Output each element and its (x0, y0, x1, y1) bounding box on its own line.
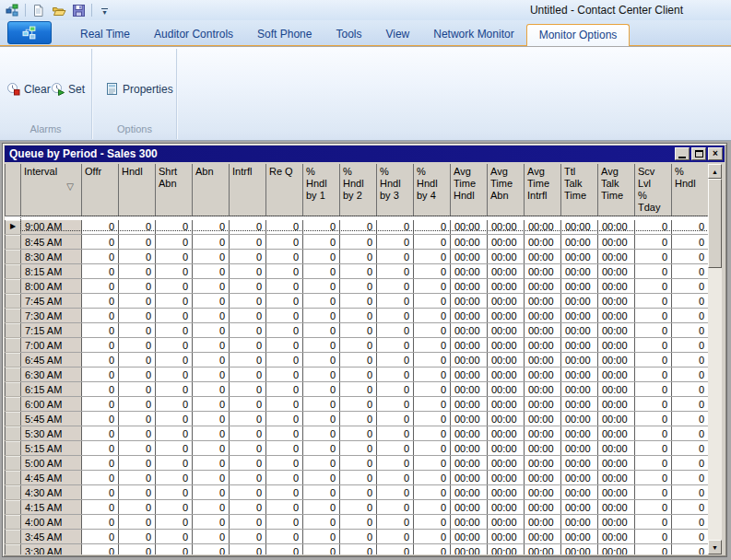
column-header[interactable]: Avg Time Intrfl (525, 164, 561, 216)
column-header[interactable]: Avg Time Hndl (451, 164, 488, 216)
grid-cell[interactable]: 0 (82, 264, 119, 279)
grid-cell[interactable]: 00:00 (598, 309, 635, 323)
grid-cell[interactable]: 0 (230, 530, 266, 544)
grid-cell[interactable]: 0 (377, 456, 414, 471)
grid-cell[interactable]: 00:00 (598, 353, 635, 368)
grid-cell[interactable]: 0 (377, 323, 414, 338)
grid-cell[interactable]: 0 (303, 426, 340, 441)
grid-cell[interactable]: 0 (119, 441, 156, 456)
grid-cell[interactable]: 00:00 (561, 471, 598, 485)
grid-cell[interactable]: 0 (377, 530, 414, 544)
grid-cell[interactable]: 00:00 (488, 500, 525, 515)
grid-cell[interactable]: 0 (230, 441, 266, 456)
row-selector[interactable] (6, 485, 21, 500)
grid-cell[interactable]: 0 (266, 382, 303, 397)
grid-cell[interactable]: 0 (230, 456, 266, 471)
grid-cell[interactable]: 0 (377, 264, 414, 279)
grid-cell[interactable]: 00:00 (488, 250, 525, 264)
grid-cell[interactable]: 0 (266, 279, 303, 294)
grid-cell[interactable]: 0 (193, 353, 230, 368)
grid-cell[interactable]: 00:00 (525, 220, 561, 235)
grid-cell[interactable]: 0 (635, 382, 672, 397)
grid-cell[interactable]: 00:00 (561, 323, 598, 338)
grid-cell[interactable]: 0 (340, 338, 377, 353)
grid-cell[interactable]: 0 (377, 397, 414, 412)
close-button[interactable]: × (708, 147, 723, 160)
grid-cell[interactable]: 0 (230, 294, 266, 309)
grid-cell[interactable]: 0 (635, 294, 672, 309)
grid-cell[interactable]: 0 (340, 471, 377, 485)
grid-cell[interactable]: 0 (672, 485, 709, 500)
grid-cell[interactable]: 0 (119, 515, 156, 530)
grid-cell[interactable]: 0 (193, 500, 230, 515)
grid-cell-interval[interactable]: 7:30 AM (21, 309, 82, 323)
scroll-down-button[interactable]: ▼ (708, 540, 722, 554)
grid-cell[interactable]: 0 (156, 338, 193, 353)
grid-cell[interactable]: 0 (635, 397, 672, 412)
grid-cell[interactable]: 0 (340, 485, 377, 500)
grid-cell[interactable]: 00:00 (525, 441, 561, 456)
grid-cell[interactable]: 0 (119, 485, 156, 500)
grid-cell[interactable]: 00:00 (561, 382, 598, 397)
grid-cell[interactable]: 0 (266, 397, 303, 412)
grid-cell[interactable]: 0 (266, 338, 303, 353)
grid-cell[interactable]: 0 (672, 515, 709, 530)
grid-cell[interactable]: 00:00 (525, 397, 561, 412)
column-header[interactable]: Abn (193, 164, 230, 216)
grid-cell[interactable]: 00:00 (561, 500, 598, 515)
grid-cell[interactable]: 0 (672, 279, 709, 294)
grid-cell[interactable]: 00:00 (488, 544, 525, 555)
grid-cell-interval[interactable]: 7:15 AM (21, 323, 82, 338)
grid-cell[interactable]: 0 (414, 530, 451, 544)
grid-cell[interactable]: 0 (672, 471, 709, 485)
grid-cell[interactable]: 00:00 (561, 250, 598, 264)
grid-cell[interactable]: 0 (119, 294, 156, 309)
grid-cell[interactable]: 0 (635, 235, 672, 250)
save-icon[interactable] (71, 3, 87, 18)
grid-cell[interactable]: 00:00 (488, 279, 525, 294)
grid-cell[interactable]: 0 (635, 544, 672, 555)
grid-cell[interactable]: 0 (82, 456, 119, 471)
grid-cell[interactable]: 0 (82, 426, 119, 441)
grid-cell[interactable]: 00:00 (598, 368, 635, 382)
grid-cell-interval[interactable]: 6:45 AM (21, 353, 82, 368)
grid-cell[interactable]: 0 (193, 323, 230, 338)
grid-cell[interactable]: 0 (635, 264, 672, 279)
grid-cell[interactable]: 0 (377, 294, 414, 309)
grid-cell[interactable]: 0 (672, 294, 709, 309)
grid-cell[interactable]: 0 (266, 309, 303, 323)
new-document-icon[interactable] (30, 3, 46, 18)
grid-cell[interactable]: 0 (230, 250, 266, 264)
scrollbar-thumb[interactable] (708, 179, 722, 268)
grid-cell[interactable]: 0 (340, 220, 377, 235)
grid-cell[interactable]: 0 (635, 368, 672, 382)
grid-cell[interactable]: 00:00 (598, 323, 635, 338)
grid-cell[interactable]: 0 (156, 397, 193, 412)
grid-cell[interactable]: 0 (266, 500, 303, 515)
grid-cell[interactable]: 0 (156, 323, 193, 338)
grid-cell[interactable]: 00:00 (451, 368, 488, 382)
grid-cell[interactable]: 0 (303, 397, 340, 412)
grid-cell[interactable]: 0 (635, 515, 672, 530)
grid-cell[interactable]: 0 (156, 279, 193, 294)
grid-cell[interactable]: 00:00 (488, 220, 525, 235)
row-selector[interactable] (6, 412, 21, 426)
grid-cell[interactable]: 0 (119, 500, 156, 515)
grid-cell[interactable]: 00:00 (561, 264, 598, 279)
grid-cell[interactable]: 00:00 (525, 426, 561, 441)
grid-cell[interactable]: 0 (340, 323, 377, 338)
grid-cell[interactable]: 00:00 (598, 456, 635, 471)
grid-cell[interactable]: 0 (119, 544, 156, 555)
grid-cell[interactable]: 0 (377, 471, 414, 485)
grid-cell[interactable]: 0 (340, 530, 377, 544)
grid-cell[interactable]: 00:00 (451, 515, 488, 530)
row-selector[interactable] (6, 515, 21, 530)
app-icon[interactable] (5, 3, 20, 18)
grid-cell[interactable]: 0 (377, 441, 414, 456)
grid-cell[interactable]: 0 (340, 500, 377, 515)
grid-cell[interactable]: 0 (635, 353, 672, 368)
grid-cell[interactable]: 0 (230, 412, 266, 426)
grid-cell[interactable]: 0 (193, 544, 230, 555)
grid-cell[interactable]: 0 (672, 382, 709, 397)
set-alarms-button[interactable]: Set (48, 80, 88, 98)
